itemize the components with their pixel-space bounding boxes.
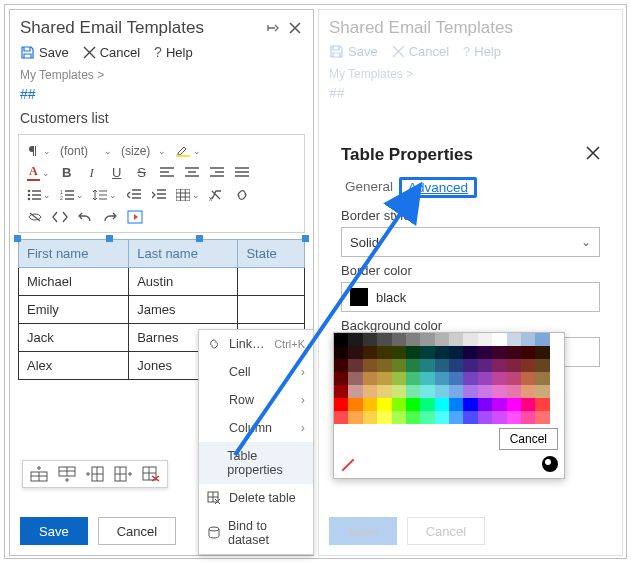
palette-cell[interactable] — [535, 398, 549, 411]
palette-cell[interactable] — [406, 398, 420, 411]
palette-cell[interactable] — [435, 398, 449, 411]
palette-cell[interactable] — [507, 346, 521, 359]
palette-cell[interactable] — [392, 385, 406, 398]
no-color-icon[interactable] — [340, 456, 356, 472]
palette-cell[interactable] — [334, 398, 348, 411]
palette-cell[interactable] — [363, 346, 377, 359]
insert-row-below-icon[interactable] — [58, 466, 76, 482]
palette-cell[interactable] — [449, 372, 463, 385]
palette-cell[interactable] — [507, 385, 521, 398]
palette-cell[interactable] — [420, 385, 434, 398]
palette-cell[interactable] — [334, 346, 348, 359]
bold-button[interactable]: B — [59, 165, 75, 181]
palette-cell[interactable] — [377, 398, 391, 411]
color-picker-icon[interactable] — [542, 456, 558, 472]
palette-cell[interactable] — [521, 372, 535, 385]
code-button[interactable] — [52, 209, 68, 225]
palette-cell[interactable] — [492, 385, 506, 398]
palette-cell[interactable] — [420, 346, 434, 359]
palette-cell[interactable] — [435, 372, 449, 385]
palette-cell[interactable] — [507, 411, 521, 424]
palette-cell[interactable] — [363, 359, 377, 372]
palette-cell[interactable] — [463, 411, 477, 424]
palette-cell[interactable] — [449, 333, 463, 346]
number-list-button[interactable]: 12⌄ — [60, 189, 84, 201]
palette-cell[interactable] — [535, 372, 549, 385]
palette-cell[interactable] — [377, 411, 391, 424]
delete-table-icon[interactable] — [142, 466, 160, 482]
font-select[interactable]: (font)⌄ — [60, 144, 112, 158]
footer-cancel-button[interactable]: Cancel — [98, 517, 176, 545]
palette-cell[interactable] — [348, 359, 362, 372]
bullet-list-button[interactable]: ⌄ — [27, 189, 51, 201]
menu-bind-dataset[interactable]: Bind to dataset — [199, 512, 313, 554]
palette-cell[interactable] — [406, 385, 420, 398]
menu-delete-table[interactable]: Delete table — [199, 484, 313, 512]
palette-cell[interactable] — [463, 346, 477, 359]
palette-cell[interactable] — [507, 398, 521, 411]
palette-cell[interactable] — [449, 398, 463, 411]
font-color-button[interactable]: A⌄ — [27, 164, 50, 181]
indent-button[interactable] — [151, 187, 167, 203]
palette-cell[interactable] — [377, 346, 391, 359]
highlight-button[interactable]: ⌄ — [175, 144, 201, 158]
cell[interactable] — [238, 268, 305, 296]
palette-cell[interactable] — [449, 385, 463, 398]
palette-cell[interactable] — [420, 398, 434, 411]
palette-cell[interactable] — [348, 346, 362, 359]
palette-cell[interactable] — [521, 346, 535, 359]
palette-cell[interactable] — [392, 359, 406, 372]
table-button[interactable]: ⌄ — [176, 189, 200, 201]
palette-cell[interactable] — [406, 359, 420, 372]
tab-advanced[interactable]: Advanced — [404, 178, 472, 197]
tab-general[interactable]: General — [341, 177, 397, 198]
menu-cell[interactable]: Cell — [199, 358, 313, 386]
palette-cell[interactable] — [363, 372, 377, 385]
palette-cell[interactable] — [521, 359, 535, 372]
palette-cell[interactable] — [521, 411, 535, 424]
palette-cell[interactable] — [348, 333, 362, 346]
palette-cell[interactable] — [550, 359, 564, 372]
palette-cell[interactable] — [449, 411, 463, 424]
undo-button[interactable] — [77, 209, 93, 225]
cell[interactable]: Alex — [19, 352, 129, 380]
cancel-button[interactable]: Cancel — [83, 45, 140, 60]
palette-cell[interactable] — [521, 398, 535, 411]
palette-cell[interactable] — [463, 333, 477, 346]
clear-format-button[interactable]: x — [209, 187, 225, 203]
palette-cell[interactable] — [377, 333, 391, 346]
palette-cell[interactable] — [435, 411, 449, 424]
align-left-button[interactable] — [159, 165, 175, 181]
palette-cell[interactable] — [348, 385, 362, 398]
palette-cell[interactable] — [334, 372, 348, 385]
col-header[interactable]: Last name — [129, 240, 238, 268]
palette-cell[interactable] — [521, 333, 535, 346]
palette-cell[interactable] — [435, 385, 449, 398]
palette-cell[interactable] — [492, 411, 506, 424]
palette-cell[interactable] — [550, 398, 564, 411]
size-select[interactable]: (size)⌄ — [121, 144, 166, 158]
palette-cell[interactable] — [392, 333, 406, 346]
palette-cell[interactable] — [348, 372, 362, 385]
palette-cell[interactable] — [535, 333, 549, 346]
align-right-button[interactable] — [209, 165, 225, 181]
palette-cell[interactable] — [492, 398, 506, 411]
menu-table-properties[interactable]: Table properties — [199, 442, 313, 484]
palette-cell[interactable] — [392, 346, 406, 359]
palette-cell[interactable] — [463, 385, 477, 398]
cell[interactable]: Michael — [19, 268, 129, 296]
paragraph-style-select[interactable]: ⌄ — [27, 144, 51, 158]
palette-cell[interactable] — [535, 411, 549, 424]
palette-cell[interactable] — [478, 385, 492, 398]
palette-cell[interactable] — [377, 385, 391, 398]
palette-cell[interactable] — [463, 359, 477, 372]
palette-cell[interactable] — [449, 346, 463, 359]
insert-macro-button[interactable] — [127, 209, 143, 225]
palette-cell[interactable] — [420, 333, 434, 346]
help-button[interactable]: ? Help — [154, 44, 193, 60]
palette-cell[interactable] — [363, 398, 377, 411]
palette-cell[interactable] — [492, 346, 506, 359]
palette-cancel-button[interactable]: Cancel — [499, 428, 558, 450]
palette-cell[interactable] — [334, 385, 348, 398]
save-button[interactable]: Save — [20, 45, 69, 60]
